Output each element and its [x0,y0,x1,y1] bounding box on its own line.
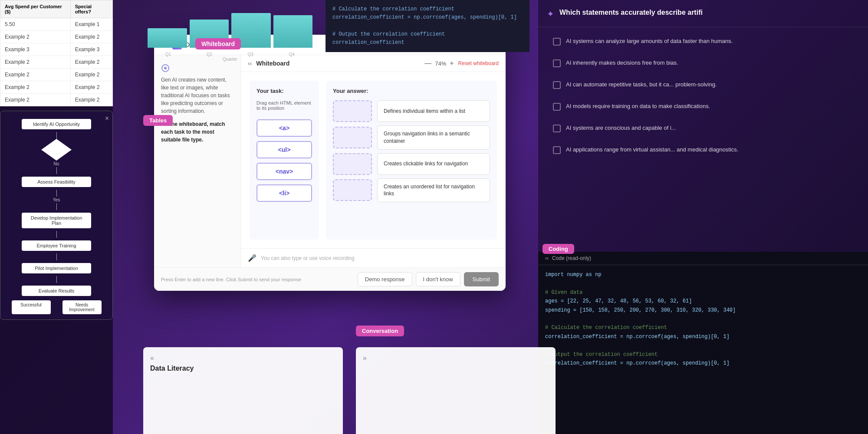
background-code: # Calculate the correlation coefficientc… [326,0,529,52]
col-header-offers: Special offers? [70,0,112,18]
whiteboard-badge: Whiteboard [195,38,241,49]
flow-no-label: No [6,161,107,166]
quiz-option-0[interactable]: AI systems can analyze large amounts of … [547,32,859,51]
quiz-icon: ✦ [547,9,554,19]
quiz-option-1[interactable]: AI inherently makes decisions free from … [547,53,859,72]
quiz-checkbox-5[interactable] [553,146,561,154]
code-line-8 [545,341,861,350]
quiz-checkbox-2[interactable] [553,81,561,89]
coding-section: Coding ‹‹ Code (read-only) import numpy … [538,252,868,434]
conv-icon: » [363,354,549,362]
drop-zone-0[interactable] [333,100,372,122]
flow-node-pilot: Pilot Implementation [22,263,91,273]
modal-footer: Press Enter to add a new line. Click Sub… [154,267,506,291]
close-icon[interactable]: × [105,115,109,122]
left-panel: Avg Spend per Customer ($) Special offer… [0,0,113,434]
zoom-in-button[interactable]: + [450,59,454,67]
table-cell: Example 2 [0,69,71,81]
quiz-option-5[interactable]: AI applications range from virtual assis… [547,140,859,159]
quarter-label: Q2 [207,52,212,57]
table-cell: 5.50 [0,18,71,31]
data-table: Avg Spend per Customer ($) Special offer… [0,0,113,106]
table-cell: Example 2 [0,81,71,94]
table-cell: Example 1 [70,18,112,31]
flowchart-section: × Identify AI Opportunity No Assess Feas… [0,111,113,320]
description-3: Creates an unordered list for navigation… [377,178,490,203]
quiz-option-text-5: AI applications range from virtual assis… [566,145,738,154]
footer-hint: Press Enter to add a new line. Click Sub… [161,277,301,282]
table-cell: Example 2 [70,94,112,106]
table-cell: Example 2 [70,69,112,81]
quiz-checkbox-1[interactable] [553,59,561,67]
table-cell: Example 2 [70,31,112,43]
code-line: correlation_coefficient = np.corrcoef(ag… [332,13,523,22]
code-line-9: # Output the correlation coefficient [545,350,861,359]
flow-node-needs-improvement: Needs Improvement [62,300,102,314]
drag-area: Your task: Drag each HTML element to its… [241,72,506,248]
match-row-0: Defines individual items within a list [333,100,490,122]
flow-node-identify: Identify AI Opportunity [22,119,91,129]
description-2: Creates clickable links for navigation [377,153,490,175]
dl-title: Data Literacy [150,365,336,372]
html-tag-li[interactable]: <li> [256,184,312,202]
task-label: Your task: [256,88,312,94]
drop-zone-2[interactable] [333,153,372,175]
right-panel: ✦ Which statements accurately describe a… [538,0,868,434]
table-cell: Example 3 [0,43,71,56]
col-header-spend: Avg Spend per Customer ($) [0,0,71,18]
description-1: Groups navigation links in a semantic co… [377,125,490,150]
answer-label: Your answer: [333,88,490,94]
microphone-icon[interactable]: 🎤 [248,254,256,262]
html-tag-nav[interactable]: <nav> [256,163,312,180]
sidebar-info-text: Gen AI creates new content, like text or… [161,76,233,115]
footer-actions: Demo response I don't know Submit [358,272,499,286]
flow-node-successful: Successful [12,300,51,314]
quiz-option-text-1: AI inherently makes decisions free from … [566,59,678,67]
match-row-1: Groups navigation links in a semantic co… [333,125,490,150]
html-tag-a[interactable]: <a> [256,119,312,137]
description-0: Defines individual items within a list [377,100,490,122]
quiz-checkbox-0[interactable] [553,38,561,46]
voice-hint: You can also type or use voice recording [261,255,355,261]
code-line: # Output the correlation coefficient [332,30,523,39]
code-toolbar: ‹‹ Code (read-only) [538,252,868,265]
quiz-option-2[interactable]: AI can automate repetitive tasks, but it… [547,75,859,94]
flow-node-training: Employee Training [22,240,91,251]
drop-zone-3[interactable] [333,179,372,201]
chart-bar [148,28,187,48]
answer-column: Your answer: Defines individual items wi… [326,81,497,240]
code-area: import numpy as np # Given dataages = [2… [538,265,868,434]
gen-ai-icon [161,64,170,72]
table-cell: Example 2 [70,56,112,69]
html-tag-ul[interactable]: <ul> [256,141,312,158]
reset-whiteboard-button[interactable]: Reset whiteboard [458,60,499,66]
quarter-label: Q3 [248,52,253,57]
quiz-question: Which statements accurately describe art… [559,8,703,17]
code-line-0: import numpy as np [545,270,861,279]
zoom-level: 74% [435,60,446,67]
code-back-icon: ‹‹ [545,255,549,261]
whiteboard-modal: ← W Data Literacy Essentials 💬 Share fee… [154,35,506,291]
quiz-checkbox-4[interactable] [553,125,561,132]
drop-zone-1[interactable] [333,127,372,148]
table-cell: Example 2 [0,56,71,69]
code-line-5 [545,315,861,323]
table-cell: Example 2 [0,31,71,43]
code-toolbar-label: Code (read-only) [552,255,591,261]
voice-area: 🎤 You can also type or use voice recordi… [241,248,506,267]
chart-bar [273,15,313,48]
conversation-card: » [356,347,556,434]
task-sub-label: Drag each HTML element to its position [256,100,312,111]
zoom-out-button[interactable]: — [424,59,431,67]
flow-node-develop: Develop Implementation Plan [22,213,91,228]
dont-know-button[interactable]: I don't know [416,272,460,286]
submit-button[interactable]: Submit [464,272,499,286]
quiz-checkbox-3[interactable] [553,103,561,111]
quiz-option-4[interactable]: AI systems are conscious and capable of … [547,118,859,138]
quiz-option-text-4: AI systems are conscious and capable of … [566,124,676,132]
demo-response-button[interactable]: Demo response [358,272,412,286]
code-line: correlation_coefficient [332,39,523,47]
match-row-3: Creates an unordered list for navigation… [333,178,490,203]
quiz-option-3[interactable]: AI models require training on data to ma… [547,97,859,116]
flow-node-assess: Assess Feasibility [22,177,91,187]
